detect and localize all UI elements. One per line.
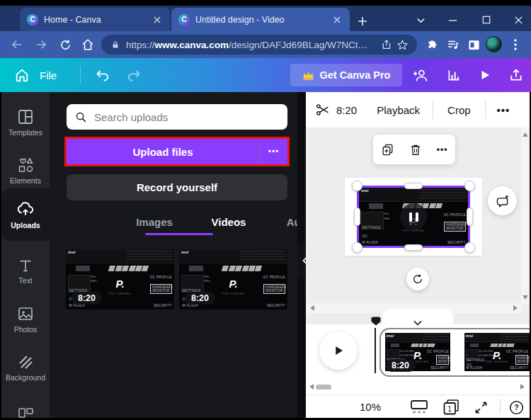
timeline-view-icon[interactable] (409, 399, 429, 414)
canva-favicon: C (178, 14, 190, 25)
resize-handle-top-right[interactable] (464, 181, 475, 191)
bios-info-lines (240, 251, 285, 261)
scroll-down-arrow[interactable] (521, 293, 530, 302)
collapse-timeline-tab[interactable] (382, 309, 453, 327)
rotate-handle[interactable] (406, 268, 429, 290)
share-page-icon[interactable] (379, 37, 394, 52)
pages-button[interactable]: 1 (441, 399, 461, 415)
playlist-music-icon[interactable] (445, 36, 462, 53)
uploaded-video-thumbnail[interactable]: msi CPU Speed 3.43 GHz DDR Speed 2666 MH… (66, 249, 174, 310)
close-window-button[interactable] (512, 13, 525, 26)
active-tab-underline (145, 233, 213, 235)
bios-label-flash: M-FLASH (467, 366, 483, 370)
clip-duration-badge: 8:20 (385, 359, 416, 372)
profile-avatar[interactable] (486, 36, 502, 52)
scroll-left-arrow[interactable] (307, 382, 316, 391)
maximize-button[interactable] (480, 13, 493, 26)
bios-info-lines (127, 251, 172, 261)
header-divider (80, 66, 81, 84)
clip-duration-label[interactable]: 8:20 (336, 104, 357, 116)
canvas-vertical-scrollbar[interactable] (521, 127, 530, 305)
bookmark-star-icon[interactable] (394, 37, 410, 52)
crown-icon (302, 70, 314, 81)
sidebar-item-background[interactable]: Background (1, 347, 50, 388)
present-play-icon[interactable] (476, 66, 494, 84)
forward-icon[interactable] (33, 36, 50, 53)
bios-info-lines (420, 189, 466, 198)
address-bar[interactable]: https://www.canva.com/design/DAFJd69BLag… (101, 35, 417, 55)
scroll-right-arrow[interactable] (511, 304, 520, 312)
resize-handle-right[interactable] (467, 208, 473, 226)
tab-search-chevron-icon[interactable] (414, 13, 427, 26)
fullscreen-expand-icon[interactable] (472, 399, 490, 415)
tab-images[interactable]: Images (126, 212, 183, 231)
search-input[interactable] (94, 111, 279, 123)
sidebar-item-uploads[interactable]: Uploads (1, 188, 50, 241)
tab-close-icon[interactable] (152, 14, 163, 25)
sidebar-item-text[interactable]: Text (1, 251, 50, 292)
help-button[interactable]: ? (508, 399, 525, 415)
file-menu-button[interactable]: File (40, 67, 57, 84)
browser-menu-kebab-icon[interactable] (507, 36, 524, 53)
upload-files-button[interactable]: Upload files (67, 139, 259, 164)
delete-trash-icon[interactable] (409, 143, 422, 157)
timeline-scrollbar[interactable] (306, 382, 530, 392)
new-tab-button[interactable] (354, 13, 371, 30)
element-more-button[interactable]: ••• (437, 144, 448, 154)
zoom-level-button[interactable]: 10% (354, 399, 387, 414)
toolbar-more-button[interactable]: ••• (497, 104, 510, 116)
back-icon[interactable] (8, 36, 25, 53)
resize-handle-left[interactable] (354, 208, 360, 226)
resize-handle-bottom-left[interactable] (352, 242, 362, 253)
redo-icon[interactable] (125, 66, 143, 84)
uploaded-video-thumbnail[interactable]: msi CPU Speed 3.43 GHz DDR Speed 2666 MH… (179, 249, 287, 310)
bios-brand: msi (361, 188, 368, 193)
sidebar-item-templates[interactable]: Templates (1, 102, 50, 143)
scroll-right-arrow[interactable] (518, 382, 527, 391)
get-canva-pro-button[interactable]: Get Canva Pro (290, 64, 402, 86)
home-icon[interactable] (79, 36, 96, 53)
add-comment-button[interactable] (488, 186, 517, 215)
upload-more-button[interactable]: ••• (260, 139, 287, 164)
scroll-left-arrow[interactable] (308, 304, 316, 312)
pause-overlay-button[interactable] (400, 203, 427, 230)
timeline-scrollbar-thumb[interactable] (316, 385, 331, 390)
bios-top-bar: msi (385, 333, 450, 342)
footer-divider (500, 399, 501, 414)
sidebar-item-photos[interactable]: Photos (1, 299, 50, 340)
playback-menu-button[interactable]: Playback (377, 104, 420, 116)
timeline-play-button[interactable] (319, 331, 358, 370)
uploads-icon (16, 200, 35, 218)
reload-icon[interactable] (57, 36, 74, 53)
crop-button[interactable]: Crop (447, 104, 471, 116)
resize-handle-top-left[interactable] (352, 181, 362, 191)
insights-chart-icon[interactable] (445, 66, 463, 84)
side-panel-extension-icon[interactable] (465, 36, 482, 53)
browser-tab-home[interactable]: C Home - Canva (20, 8, 170, 31)
tab-videos[interactable]: Videos (200, 212, 257, 231)
resize-handle-bottom[interactable] (404, 244, 423, 251)
export-share-icon[interactable] (507, 66, 525, 84)
extensions-puzzle-icon[interactable] (423, 36, 440, 53)
search-uploads-box[interactable] (67, 104, 287, 130)
resize-handle-top[interactable] (404, 183, 423, 189)
search-icon (75, 111, 87, 123)
scroll-up-arrow[interactable] (521, 130, 530, 139)
sidebar-item-elements[interactable]: Elements (1, 150, 50, 191)
bios-label-flash: M-FLASH (362, 241, 379, 244)
bios-label-hw-monitor: HARDWARE MONITOR (515, 355, 528, 365)
undo-icon[interactable] (93, 66, 112, 84)
sidebar-item-apps-partial[interactable] (1, 407, 50, 420)
record-yourself-button[interactable]: Record yourself (67, 174, 287, 200)
browser-tab-active[interactable]: C Untitled design - Video (171, 8, 350, 31)
minimize-button[interactable] (446, 13, 459, 26)
bios-label-settings: SETTINGS (362, 226, 381, 229)
bios-label-settings: SETTINGS (467, 358, 485, 362)
add-collaborators-icon[interactable] (411, 66, 430, 84)
trim-scissors-icon[interactable] (316, 103, 330, 116)
playhead-marker[interactable] (371, 317, 381, 326)
tab-close-icon[interactable] (331, 14, 343, 25)
resize-handle-bottom-right[interactable] (464, 242, 475, 253)
canva-home-icon[interactable] (13, 66, 31, 84)
duplicate-icon[interactable] (381, 143, 394, 157)
